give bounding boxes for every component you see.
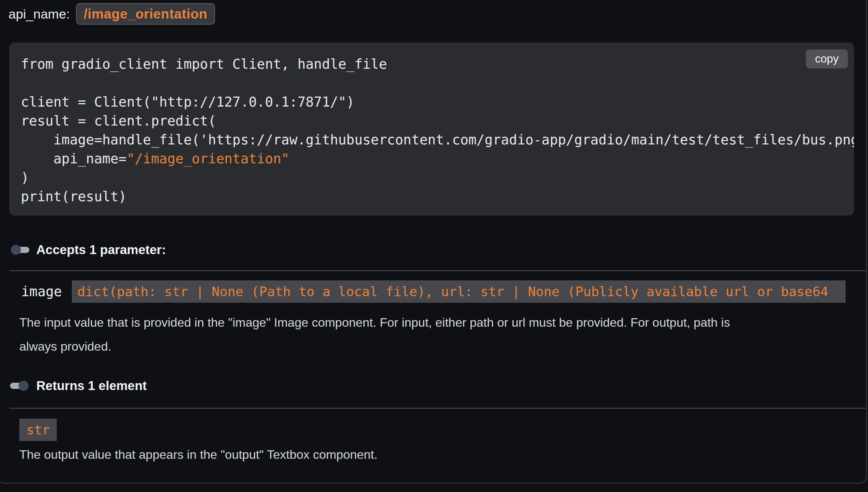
parameter-row: image dict(path: str | None (Path to a l… [21, 280, 846, 303]
code-line: print(result) [21, 187, 854, 206]
parameter-name: image [21, 280, 62, 303]
copy-button[interactable]: copy [806, 49, 848, 68]
parameter-type-badge: dict(path: str | None (Path to a local f… [72, 280, 846, 303]
api-name-row: api_name: /image_orientation [8, 3, 215, 25]
code-line [21, 74, 854, 93]
code-block: copy from gradio_client import Client, h… [9, 42, 854, 215]
code-string-accent: "/image_orientation" [127, 151, 289, 166]
toggle-knob [11, 245, 21, 255]
returns-heading-row: Returns 1 element [11, 378, 147, 393]
return-type-badge: str [19, 419, 57, 441]
return-toggle-icon [11, 381, 29, 391]
code-line: from gradio_client import Client, handle… [21, 55, 854, 74]
api-name-chip: /image_orientation [76, 3, 215, 25]
accepts-heading: Accepts 1 parameter: [36, 243, 166, 257]
divider [9, 270, 866, 271]
parameter-description: The input value that is provided in the … [19, 310, 753, 358]
api-name-label: api_name: [8, 7, 70, 22]
api-docs-page: api_name: /image_orientation copy from g… [0, 0, 868, 492]
accepts-heading-row: Accepts 1 parameter: [11, 243, 166, 257]
toggle-knob [19, 381, 29, 391]
code-line: image=handle_file('https://raw.githubuse… [21, 131, 854, 149]
divider [9, 408, 866, 409]
code-line: api_name="/image_orientation" [21, 149, 854, 168]
code-line: ) [21, 168, 854, 187]
parameter-toggle-icon [11, 245, 29, 255]
return-description: The output value that appears in the "ou… [19, 443, 830, 467]
returns-heading: Returns 1 element [36, 378, 147, 393]
code-lines: from gradio_client import Client, handle… [21, 55, 854, 206]
code-line: result = client.predict( [21, 112, 854, 131]
code-line: client = Client("http://127.0.0.1:7871/"… [21, 93, 854, 112]
